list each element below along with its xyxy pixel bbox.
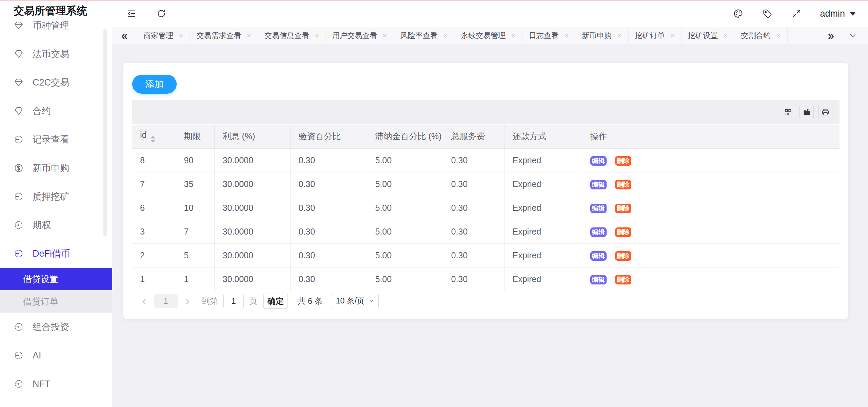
table-row: 61030.00000.305.000.30Expried编辑删除 bbox=[132, 196, 840, 220]
sidebar-item-DeFi借币[interactable]: DeFi借币 bbox=[0, 239, 112, 268]
tab-挖矿设置[interactable]: 挖矿设置× bbox=[682, 27, 734, 44]
tab-交易需求查看[interactable]: 交易需求查看× bbox=[190, 27, 258, 44]
sidebar-item-币种管理[interactable]: 币种管理 bbox=[0, 21, 112, 40]
sidebar-menu-viewport: 币种管理法币交易C2C交易合约记录查看新币申购质押挖矿期权DeFi借币借贷设置借… bbox=[0, 21, 112, 407]
dial-icon bbox=[14, 248, 24, 259]
sidebar-menu: 币种管理法币交易C2C交易合约记录查看新币申购质押挖矿期权DeFi借币借贷设置借… bbox=[0, 21, 112, 398]
table-row: 3730.00000.305.000.30Expired编辑删除 bbox=[132, 220, 840, 243]
dollar-icon bbox=[14, 163, 24, 173]
submenu-item-借贷订单[interactable]: 借贷订单 bbox=[0, 290, 112, 313]
delete-button[interactable]: 删除 bbox=[615, 156, 631, 166]
close-icon[interactable]: × bbox=[776, 31, 781, 40]
tab-挖矿订单[interactable]: 挖矿订单× bbox=[629, 27, 682, 44]
sort-icon[interactable] bbox=[151, 136, 155, 143]
sidebar-item-期权[interactable]: 期权 bbox=[0, 211, 112, 239]
sidebar-item-合约[interactable]: 合约 bbox=[0, 97, 112, 125]
edit-button[interactable]: 编辑 bbox=[590, 156, 607, 166]
sidebar-item-label: 法币交易 bbox=[33, 48, 69, 60]
sidebar-item-label: DeFi借币 bbox=[33, 247, 70, 260]
sidebar-item-质押挖矿[interactable]: 质押挖矿 bbox=[0, 182, 112, 211]
gem-icon bbox=[14, 106, 24, 116]
tab-商家管理[interactable]: 商家管理× bbox=[137, 27, 190, 44]
collapse-menu-icon[interactable] bbox=[126, 8, 137, 19]
submenu-panel: 借贷设置借贷订单 bbox=[0, 268, 112, 313]
column-header-总服务费: 总服务费 bbox=[443, 125, 504, 148]
sidebar-item-记录查看[interactable]: 记录查看 bbox=[0, 125, 112, 154]
confirm-page-button[interactable]: 确定 bbox=[263, 294, 288, 309]
submenu-item-借贷设置[interactable]: 借贷设置 bbox=[0, 268, 112, 290]
dial-icon bbox=[14, 134, 24, 145]
delete-button[interactable]: 删除 bbox=[615, 227, 631, 237]
table-toolbar bbox=[132, 100, 840, 124]
tag-icon[interactable] bbox=[762, 8, 773, 19]
tab-label: 商家管理 bbox=[143, 31, 173, 41]
close-icon[interactable]: × bbox=[511, 31, 515, 40]
page-unit-label: 页 bbox=[249, 296, 257, 307]
delete-button[interactable]: 删除 bbox=[615, 251, 631, 261]
column-header-id[interactable]: id bbox=[132, 125, 176, 148]
sidebar-item-label: 币种管理 bbox=[33, 21, 69, 32]
tab-用户交易查看[interactable]: 用户交易查看× bbox=[326, 27, 394, 44]
page-size-value: 10 条/页 bbox=[336, 296, 364, 306]
sidebar-item-新币申购[interactable]: 新币申购 bbox=[0, 154, 112, 182]
close-icon[interactable]: × bbox=[179, 31, 183, 40]
column-header-还款方式: 还款方式 bbox=[504, 125, 582, 148]
total-count-label: 共 6 条 bbox=[297, 296, 323, 307]
tab-label: 日志查看 bbox=[529, 31, 559, 41]
sidebar-item-NFT[interactable]: NFT bbox=[0, 370, 112, 398]
edit-button[interactable]: 编辑 bbox=[590, 227, 607, 237]
user-menu[interactable]: admin bbox=[820, 8, 856, 19]
refresh-icon[interactable] bbox=[156, 8, 167, 19]
palette-icon[interactable] bbox=[732, 8, 744, 19]
next-page-button[interactable]: › bbox=[182, 295, 193, 307]
tab-风险率查看[interactable]: 风险率查看× bbox=[394, 27, 454, 44]
sidebar-item-label: 质押挖矿 bbox=[33, 190, 69, 203]
table-body: 89030.00000.305.000.30Expried编辑删除73530.0… bbox=[132, 148, 840, 291]
page-size-select[interactable]: 10 条/页 bbox=[331, 294, 379, 308]
close-icon[interactable]: × bbox=[617, 31, 622, 40]
export-icon[interactable] bbox=[800, 105, 814, 119]
current-page-badge[interactable]: 1 bbox=[154, 294, 178, 308]
close-icon[interactable]: × bbox=[564, 31, 569, 40]
sidebar-item-法币交易[interactable]: 法币交易 bbox=[0, 40, 112, 68]
sidebar-item-label: 组合投资 bbox=[33, 321, 69, 333]
edit-button[interactable]: 编辑 bbox=[590, 204, 607, 213]
delete-button[interactable]: 删除 bbox=[615, 180, 631, 189]
tab-永续交易管理[interactable]: 永续交易管理× bbox=[454, 27, 522, 44]
tab-label: 挖矿设置 bbox=[688, 31, 718, 41]
close-icon[interactable]: × bbox=[246, 31, 251, 40]
tab-交易信息查看[interactable]: 交易信息查看× bbox=[258, 27, 326, 44]
tab-新币申购[interactable]: 新币申购× bbox=[575, 27, 628, 44]
edit-button[interactable]: 编辑 bbox=[590, 180, 607, 189]
columns-icon[interactable] bbox=[781, 105, 795, 119]
page-number-input[interactable] bbox=[223, 294, 244, 308]
sidebar-scrollbar[interactable] bbox=[103, 29, 107, 237]
dial-icon bbox=[14, 350, 24, 360]
delete-button[interactable]: 删除 bbox=[615, 204, 631, 213]
edit-button[interactable]: 编辑 bbox=[590, 251, 607, 261]
prev-page-button[interactable]: ‹ bbox=[139, 295, 150, 307]
delete-button[interactable]: 删除 bbox=[615, 275, 631, 284]
sidebar-item-label: 期权 bbox=[33, 219, 51, 231]
close-icon[interactable]: × bbox=[670, 31, 675, 40]
tabs-scroll-left-button[interactable]: « bbox=[112, 29, 137, 42]
close-icon[interactable]: × bbox=[315, 31, 319, 40]
add-button[interactable]: 添加 bbox=[132, 75, 177, 94]
tab-交割合约[interactable]: 交割合约× bbox=[734, 27, 787, 44]
tab-日志查看[interactable]: 日志查看× bbox=[522, 27, 575, 44]
sidebar-item-label: C2C交易 bbox=[33, 76, 69, 89]
fullscreen-icon[interactable] bbox=[791, 8, 802, 19]
sidebar-item-label: NFT bbox=[33, 379, 50, 389]
tabs-scroll-right-button[interactable]: » bbox=[828, 29, 834, 42]
sidebar-item-组合投资[interactable]: 组合投资 bbox=[0, 313, 112, 341]
close-icon[interactable]: × bbox=[443, 31, 448, 40]
sidebar-item-AI[interactable]: AI bbox=[0, 341, 112, 370]
close-icon[interactable]: × bbox=[723, 31, 728, 40]
sidebar-item-C2C交易[interactable]: C2C交易 bbox=[0, 68, 112, 97]
tab-label: 风险率查看 bbox=[400, 31, 438, 41]
close-icon[interactable]: × bbox=[382, 31, 387, 40]
print-icon[interactable] bbox=[818, 105, 832, 119]
content-card: 添加 id期限利息 (%)验资百分比滞纳金百分比 (%)总服务费还款方式操作 8… bbox=[123, 63, 848, 319]
edit-button[interactable]: 编辑 bbox=[590, 275, 607, 284]
tabs-dropdown-button[interactable] bbox=[848, 31, 857, 40]
